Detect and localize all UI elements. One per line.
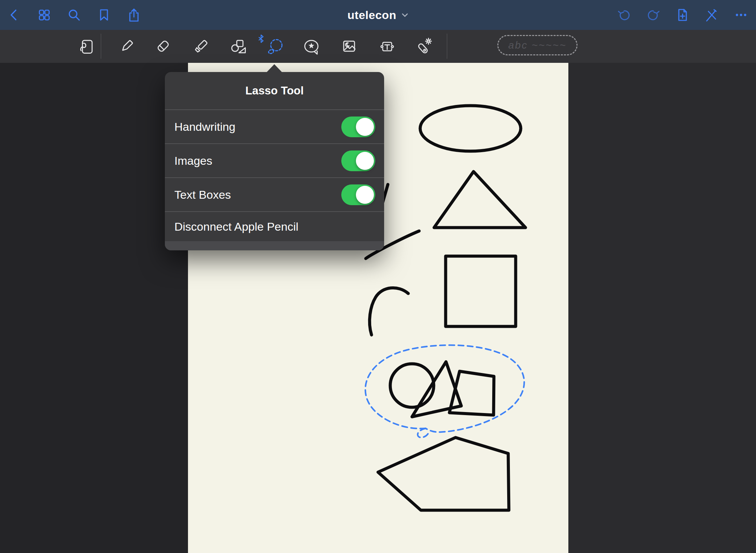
redo-icon xyxy=(646,7,661,22)
grid-icon xyxy=(37,7,52,22)
toggle-knob xyxy=(356,186,374,204)
ellipsis-icon xyxy=(734,7,749,22)
notebook-title: utelecon xyxy=(347,8,396,22)
popover-arrow xyxy=(267,64,282,72)
page-pen-tool-button[interactable] xyxy=(77,37,96,56)
toolbar: abc ~~~~~ xyxy=(0,30,756,63)
share-button[interactable] xyxy=(126,7,141,22)
text-boxes-toggle-row: Text Boxes xyxy=(165,177,384,211)
highlighter-tool-button[interactable] xyxy=(192,37,211,56)
pen-icon xyxy=(118,38,135,55)
bookmark-button[interactable] xyxy=(97,7,111,22)
undo-button[interactable] xyxy=(617,7,632,22)
handwriting-toggle-row: Handwriting xyxy=(165,109,384,143)
chevron-down-icon xyxy=(401,12,409,18)
toggle-knob xyxy=(356,152,374,170)
lasso-tool-popover: Lasso Tool Handwriting Images Text Boxes… xyxy=(165,72,384,250)
lasso-icon xyxy=(266,37,285,56)
drawn-ellipse xyxy=(420,106,521,151)
pages-overview-button[interactable] xyxy=(37,7,52,22)
images-label: Images xyxy=(174,154,212,167)
popover-footer xyxy=(165,241,384,250)
add-page-icon xyxy=(675,7,690,22)
undo-icon xyxy=(617,7,632,22)
add-page-button[interactable] xyxy=(675,7,690,22)
content-area: Lasso Tool Handwriting Images Text Boxes… xyxy=(0,63,756,553)
images-toggle-row: Images xyxy=(165,143,384,177)
pencil-x-icon xyxy=(704,7,719,22)
sticker-tool-button[interactable] xyxy=(302,37,321,56)
drawn-square xyxy=(446,256,516,326)
text-boxes-label: Text Boxes xyxy=(174,188,231,201)
search-button[interactable] xyxy=(67,7,82,22)
bookmark-icon xyxy=(97,7,111,22)
toolbar-divider xyxy=(447,34,447,59)
toggle-knob xyxy=(356,118,374,136)
navbar: utelecon xyxy=(0,0,756,30)
bluetooth-icon xyxy=(258,34,264,43)
handwriting-hint: abc ~~~~~ xyxy=(508,39,566,51)
highlighter-icon xyxy=(193,38,210,55)
shapes-tool-button[interactable] xyxy=(228,37,247,56)
images-toggle[interactable] xyxy=(341,150,375,171)
text-tool-button[interactable] xyxy=(378,37,397,56)
eraser-tool-button[interactable] xyxy=(154,37,173,56)
handwriting-input-area[interactable]: abc ~~~~~ xyxy=(497,35,578,55)
pen-tool-button[interactable] xyxy=(117,37,136,56)
drawn-curve xyxy=(370,288,408,335)
image-tool-button[interactable] xyxy=(340,37,359,56)
chevron-left-icon xyxy=(7,7,22,22)
handwriting-toggle[interactable] xyxy=(341,117,375,137)
lasso-tool-button[interactable] xyxy=(266,37,285,56)
drawn-triangle xyxy=(434,172,526,228)
search-icon xyxy=(67,7,82,22)
laser-pointer-icon xyxy=(416,38,433,55)
navbar-left-group xyxy=(0,7,141,22)
share-icon xyxy=(126,7,141,22)
notebook-title-button[interactable]: utelecon xyxy=(347,0,409,30)
popover-title: Lasso Tool xyxy=(165,72,384,109)
drawn-circle xyxy=(390,364,434,407)
drawn-pentagon xyxy=(378,438,509,510)
redo-button[interactable] xyxy=(646,7,661,22)
disconnect-apple-pencil-button[interactable]: Disconnect Apple Pencil xyxy=(165,211,384,241)
shapes-icon xyxy=(229,38,246,55)
back-button[interactable] xyxy=(7,7,22,22)
sticker-icon xyxy=(303,38,320,55)
more-button[interactable] xyxy=(734,7,749,22)
stop-editing-button[interactable] xyxy=(704,7,719,22)
page-pen-icon xyxy=(78,38,95,55)
text-boxes-toggle[interactable] xyxy=(341,184,375,205)
eraser-icon xyxy=(155,38,172,55)
text-box-icon xyxy=(379,38,396,55)
disconnect-apple-pencil-label: Disconnect Apple Pencil xyxy=(174,220,298,233)
handwriting-label: Handwriting xyxy=(174,120,236,133)
image-icon xyxy=(341,38,358,55)
laser-pointer-tool-button[interactable] xyxy=(415,37,434,56)
toolbar-divider xyxy=(101,34,101,59)
navbar-right-group xyxy=(617,0,749,30)
